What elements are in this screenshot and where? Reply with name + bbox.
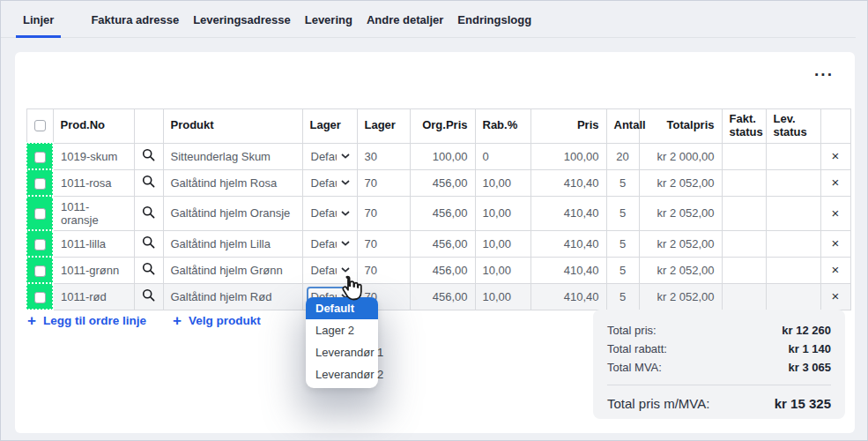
org-price-cell: 456,00	[410, 257, 475, 283]
warehouse-select[interactable]: Default	[307, 234, 354, 254]
totals-divider	[607, 385, 831, 385]
invoice-status-cell	[722, 257, 766, 283]
order-line-row: 1019-skum Sitteunderlag Skum Default 30 …	[26, 143, 850, 169]
remove-line-button[interactable]: ×	[832, 148, 840, 163]
qty-cell: 5	[606, 257, 639, 283]
product-search-cell	[134, 143, 163, 169]
order-line-row: 1011-lilla Galtåtind hjelm Lilla Default…	[26, 230, 850, 257]
chevron-down-icon	[341, 153, 350, 159]
dropdown-option-leverandør-1[interactable]: Leverandør 1	[306, 341, 378, 363]
search-icon[interactable]	[142, 175, 155, 188]
discount-cell: 10,00	[475, 230, 530, 257]
discount-cell: 10,00	[475, 257, 530, 283]
warehouse-select[interactable]: Default	[307, 260, 354, 280]
total-price-cell: kr 2 052,00	[639, 230, 722, 257]
remove-cell: ×	[820, 283, 850, 310]
search-icon[interactable]	[142, 235, 155, 249]
total-price-cell: kr 2 052,00	[639, 283, 722, 310]
product-search-cell	[134, 230, 163, 257]
invoice-status-cell	[722, 196, 766, 230]
row-checkbox[interactable]	[34, 178, 46, 190]
price-cell: 410,40	[530, 257, 606, 283]
tab-leveringsadresse[interactable]: Leveringsadresse	[186, 0, 298, 38]
row-checkbox[interactable]	[34, 265, 46, 277]
delivery-status-cell	[766, 169, 820, 196]
more-options-button[interactable]: ···	[814, 66, 834, 83]
choose-product-button[interactable]: + Velg produkt	[173, 313, 261, 328]
warehouse-select-value: Default	[311, 206, 337, 220]
tab-levering[interactable]: Levering	[298, 0, 360, 38]
warehouse-select-value: Default	[311, 176, 337, 190]
product-search-cell	[134, 283, 163, 310]
warehouse-cell: Default	[302, 143, 357, 169]
row-checkbox[interactable]	[34, 239, 46, 250]
search-icon[interactable]	[142, 206, 155, 219]
remove-line-button[interactable]: ×	[832, 206, 840, 220]
delivery-status-cell	[766, 143, 820, 169]
select-all-checkbox[interactable]	[34, 120, 46, 131]
warehouse-select[interactable]: Default	[307, 173, 354, 193]
column-header-search	[134, 109, 163, 144]
warehouse-cell: Default	[302, 169, 357, 196]
row-checkbox[interactable]	[34, 208, 46, 220]
search-icon[interactable]	[142, 262, 155, 275]
order-lines-card: ··· Prod.NoProduktLagerLagerOrg.PrisRab.…	[15, 52, 855, 433]
dropdown-option-lager-2[interactable]: Lager 2	[306, 319, 378, 341]
column-header-prod-no: Prod.No	[53, 109, 134, 144]
invoice-status-cell	[722, 230, 766, 257]
grand-total-value: kr 15 325	[775, 394, 831, 414]
dropdown-option-leverandør-2[interactable]: Leverandør 2	[306, 363, 378, 385]
prod-no-cell: 1011-grønn	[53, 257, 134, 283]
remove-line-button[interactable]: ×	[832, 235, 840, 250]
column-header-fakt-status: Fakt. status	[722, 109, 766, 144]
warehouse-select[interactable]: Default	[307, 203, 354, 223]
column-header-qty: Antall	[606, 109, 639, 144]
dropdown-option-default[interactable]: Default	[306, 297, 378, 319]
total-label: Total pris:	[607, 321, 657, 340]
product-search-cell	[134, 169, 163, 196]
remove-cell: ×	[820, 196, 850, 230]
total-price-cell: kr 2 052,00	[639, 196, 722, 230]
remove-line-button[interactable]: ×	[832, 175, 840, 190]
remove-line-button[interactable]: ×	[832, 288, 840, 303]
search-icon[interactable]	[142, 288, 155, 302]
discount-cell: 10,00	[475, 169, 530, 196]
order-line-row: 1011-oransje Galtåtind hjelm Oransje Def…	[26, 196, 850, 230]
remove-line-button[interactable]: ×	[832, 262, 840, 277]
row-checkbox[interactable]	[34, 292, 46, 303]
row-select-cell	[26, 257, 53, 283]
total-value: kr 3 065	[789, 358, 831, 377]
qty-cell: 20	[606, 143, 639, 169]
column-header-remove	[820, 109, 850, 144]
prod-no-cell: 1011-oransje	[53, 196, 134, 230]
tab-endringslogg[interactable]: Endringslogg	[450, 0, 538, 38]
chevron-down-icon	[341, 267, 350, 273]
prod-no-cell: 1011-rosa	[53, 169, 134, 196]
remove-cell: ×	[820, 230, 850, 257]
tab-linjer[interactable]: Linjer	[16, 0, 61, 38]
column-header-warehouse: Lager	[302, 109, 357, 144]
total-row: Total pris:kr 12 260	[607, 321, 831, 340]
chevron-down-icon	[341, 211, 350, 216]
warehouse-dropdown-menu: DefaultLager 2Leverandør 1Leverandør 2	[306, 297, 378, 388]
column-header-total: Totalpris	[639, 109, 722, 144]
order-totals-panel: Total pris:kr 12 260Total rabatt:kr 1 14…	[593, 310, 845, 419]
tab-faktura-adresse[interactable]: Faktura adresse	[84, 0, 186, 38]
qty-cell: 5	[606, 283, 639, 310]
add-order-line-button[interactable]: + Legg til ordre linje	[27, 313, 146, 328]
column-header-select	[26, 109, 53, 144]
warehouse-select-value: Default	[311, 237, 337, 250]
stock-cell: 70	[357, 257, 410, 283]
row-checkbox[interactable]	[34, 152, 46, 163]
discount-cell: 10,00	[475, 283, 530, 310]
row-select-cell	[26, 283, 53, 310]
price-cell: 410,40	[530, 169, 606, 196]
ellipsis-icon: ···	[814, 65, 834, 84]
column-header-org-price: Org.Pris	[410, 109, 475, 144]
column-header-price: Pris	[530, 109, 606, 144]
warehouse-select[interactable]: Default	[307, 146, 354, 167]
warehouse-select-value: Default	[311, 150, 337, 163]
stock-cell: 70	[357, 196, 410, 230]
tab-andre-detaljer[interactable]: Andre detaljer	[360, 0, 450, 38]
search-icon[interactable]	[142, 148, 155, 161]
